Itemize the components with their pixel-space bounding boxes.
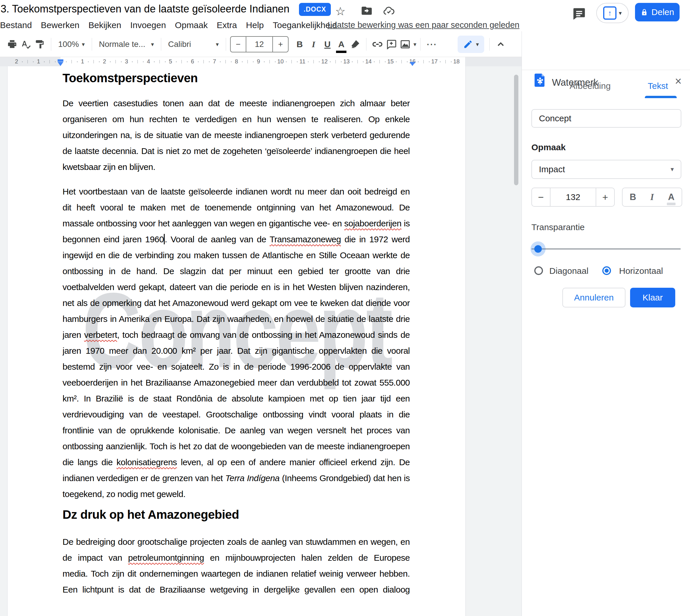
vertical-scrollbar[interactable]	[514, 75, 518, 185]
done-button[interactable]: Klaar	[630, 288, 675, 307]
insert-link-icon[interactable]	[371, 36, 384, 52]
doc-line[interactable]: De bedreiging door grootschalige project…	[63, 534, 410, 550]
doc-line[interactable]: bestemd zijn voor vee- en sojateelt. Zo …	[63, 359, 410, 375]
doc-line[interactable]: jaren verbetert, toch bedraagt de omvang…	[63, 327, 410, 343]
doc-line[interactable]: verdrievoudiging van de veestapel. Groot…	[63, 406, 410, 422]
star-icon[interactable]: ☆	[335, 5, 348, 17]
font-family-select[interactable]: Calibri ▾	[165, 40, 222, 49]
menu-item-opmaak[interactable]: Opmaak	[175, 20, 207, 30]
document-title[interactable]: 3. Toekomstperspectieven van de laatste …	[1, 3, 289, 15]
doc-line[interactable]: net als de opmerking dat het Amazonewoud…	[63, 295, 410, 311]
doc-line[interactable]: de impact van petroleumontginning en mij…	[63, 550, 410, 566]
doc-line[interactable]: media. Toch zijn dit ondernemingen waart…	[63, 566, 410, 581]
more-options-button[interactable]: ⋯	[425, 36, 439, 52]
editing-mode-button[interactable]: ▾	[458, 36, 484, 53]
bold-button[interactable]: B	[293, 36, 307, 52]
add-comment-icon[interactable]	[384, 36, 398, 52]
tab-tekst[interactable]: Tekst	[648, 81, 668, 91]
doc-line[interactable]: kwetsbaar zijn en blijven.	[63, 159, 410, 175]
paint-format-icon[interactable]	[33, 36, 47, 52]
doc-line[interactable]: dit heeft vooral te maken met de toeneme…	[63, 199, 410, 215]
paragraph[interactable]: De veertien casestudies tonen aan dat de…	[63, 95, 410, 175]
share-button[interactable]: Delen	[635, 3, 680, 21]
right-indent-marker[interactable]	[409, 62, 415, 66]
watermark-text-input[interactable]	[531, 109, 681, 128]
document-heading-1[interactable]: Toekomstperspectieven	[63, 71, 410, 85]
italic-button[interactable]: I	[307, 36, 320, 52]
doc-line[interactable]: toegekend, zo nodig met geweld.	[63, 486, 410, 502]
highlight-color-icon[interactable]	[348, 36, 362, 52]
text-color-button[interactable]: A	[334, 36, 348, 52]
size-value[interactable]: 132	[550, 188, 596, 206]
doc-line[interactable]: ontbossing aanzienlijk. Toch is het zo d…	[63, 438, 410, 454]
document-page[interactable]: Concept Toekomstperspectieven De veertie…	[7, 66, 466, 616]
doc-line[interactable]: veeboerderijen in het Braziliaanse Amazo…	[63, 375, 410, 391]
doc-line[interactable]: ingewijd en die de verbinding zou maken …	[63, 247, 410, 263]
paragraph-style-select[interactable]: Normale te... ▾	[96, 40, 157, 49]
spellcheck-icon[interactable]	[19, 36, 33, 52]
google-docs-app: 3. Toekomstperspectieven van de laatste …	[0, 0, 690, 616]
insert-image-dropdown-icon[interactable]: ▾	[413, 41, 416, 48]
ruler-tick	[401, 60, 402, 63]
menu-item-bestand[interactable]: Bestand	[0, 20, 32, 30]
print-icon[interactable]	[5, 36, 19, 52]
doc-line[interactable]: indianen verdedigen er de grenzen van he…	[63, 470, 410, 486]
document-heading-2[interactable]: Dz druk op het Amazonegebied	[63, 508, 410, 522]
cloud-saved-icon[interactable]	[383, 5, 395, 17]
paragraph[interactable]: Het voortbestaan van de laatste geïsolee…	[63, 183, 410, 502]
doc-line[interactable]: de laatste decennia. Dat is niet zo met …	[63, 143, 410, 159]
doc-line[interactable]: organiseren om hun rechten te verdedigen…	[63, 111, 410, 127]
present-button[interactable]: ↑ ▾	[596, 3, 629, 23]
cancel-button[interactable]: Annuleren	[562, 288, 625, 307]
first-line-indent-marker[interactable]	[58, 59, 63, 62]
menu-item-help[interactable]: Help	[246, 20, 264, 30]
move-folder-icon[interactable]	[361, 5, 373, 17]
menu-item-invoegen[interactable]: Invoegen	[130, 20, 166, 30]
paragraph[interactable]: De bedreiging door grootschalige project…	[63, 534, 410, 597]
radio-diagonaal-label[interactable]: Diagonaal	[549, 266, 588, 276]
ruler-number: 17	[431, 58, 438, 65]
watermark-font-select[interactable]: Impact ▾	[531, 160, 681, 179]
insert-image-icon[interactable]	[398, 36, 412, 52]
doc-line[interactable]: km². In Brazilië is de staat Rondônia de…	[63, 391, 410, 406]
open-comment-history-icon[interactable]	[572, 6, 586, 21]
collapse-toolbar-icon[interactable]	[494, 36, 508, 52]
present-dropdown-icon[interactable]: ▾	[619, 9, 622, 17]
doc-line[interactable]: ontbossing in de hand. De slagzin dat pe…	[63, 263, 410, 279]
left-indent-marker[interactable]	[58, 62, 63, 66]
transparency-slider[interactable]	[531, 240, 681, 258]
doc-line[interactable]: Het voortbestaan van de laatste geïsolee…	[63, 183, 410, 199]
increase-font-size-button[interactable]: +	[273, 37, 288, 52]
doc-line[interactable]: begonnen eind jaren 1960. Vooral de aanl…	[63, 231, 410, 247]
radio-horizontaal[interactable]	[602, 266, 611, 275]
decrease-font-size-button[interactable]: −	[231, 37, 246, 52]
doc-line[interactable]: massale ontbossing voor het aanleggen va…	[63, 215, 410, 231]
watermark-text-color-button[interactable]: A	[668, 192, 674, 202]
font-size-value[interactable]: 12	[246, 37, 273, 52]
doc-line[interactable]: De veertien casestudies tonen aan dat de…	[63, 95, 410, 111]
doc-line[interactable]: hamburgers in Amerika en Europa. Dat zij…	[63, 311, 410, 327]
ruler-tick	[269, 60, 270, 63]
doc-line[interactable]: die langs die kolonisatiegrens leven, al…	[63, 454, 410, 470]
slider-track[interactable]	[531, 248, 681, 249]
doc-line[interactable]: uitzonderingen na, is de situatie van de…	[63, 127, 410, 143]
watermark-italic-button[interactable]: I	[650, 192, 654, 202]
ruler[interactable]: 21123456789101112131415161718	[0, 57, 521, 67]
decrease-size-button[interactable]: −	[532, 188, 550, 206]
radio-diagonaal[interactable]	[534, 266, 543, 275]
tab-afbeelding[interactable]: Afbeelding	[570, 81, 611, 91]
doc-line[interactable]: Een lichtpunt is dat de Braziliaanse wet…	[63, 581, 410, 597]
radio-horizontaal-label[interactable]: Horizontaal	[619, 266, 663, 276]
doc-line[interactable]: voetbalvelden werd gekapt, dateert van d…	[63, 279, 410, 295]
zoom-select[interactable]: 100% ▾	[55, 40, 88, 49]
doc-line[interactable]: frontlinie van de oprukkende kolonisatie…	[63, 422, 410, 438]
increase-size-button[interactable]: +	[596, 188, 614, 206]
watermark-bold-button[interactable]: B	[630, 192, 636, 202]
last-edit-link[interactable]: Laatste bewerking was een paar seconden …	[328, 20, 519, 30]
menu-item-bewerken[interactable]: Bewerken	[41, 20, 79, 30]
slider-thumb[interactable]	[534, 245, 542, 253]
menu-item-extra[interactable]: Extra	[217, 20, 237, 30]
underline-button[interactable]: U	[320, 36, 334, 52]
menu-item-bekijken[interactable]: Bekijken	[89, 20, 121, 30]
doc-line[interactable]: jaren 1970 meer dan 20.000 km² per jaar.…	[63, 343, 410, 359]
